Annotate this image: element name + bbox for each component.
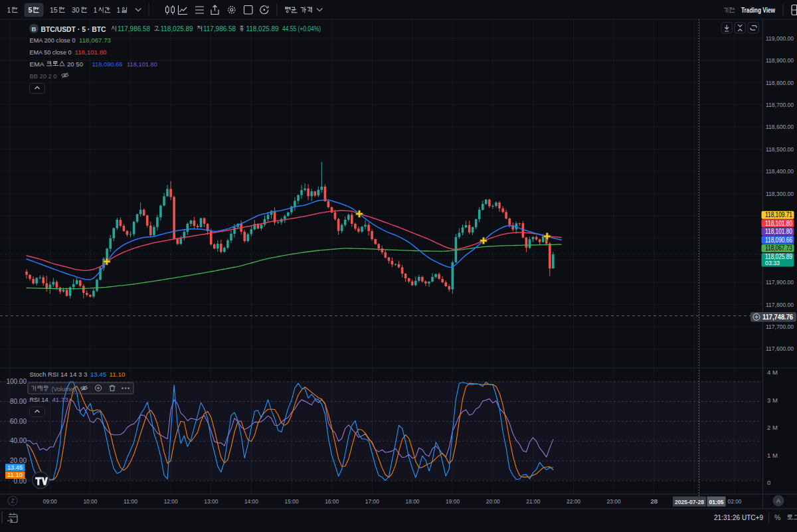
svg-text:119,000.00: 119,000.00	[766, 35, 794, 42]
svg-text:118,600.00: 118,600.00	[766, 123, 794, 130]
svg-text:1 M: 1 M	[767, 452, 778, 459]
svg-text:22:00: 22:00	[567, 497, 580, 505]
svg-text:15:00: 15:00	[285, 497, 299, 505]
svg-text:20:00: 20:00	[486, 497, 500, 505]
svg-text:117,986.58: 117,986.58	[118, 25, 150, 33]
svg-text:Trading View: Trading View	[741, 6, 775, 14]
svg-text:100.00: 100.00	[6, 378, 27, 385]
svg-text:117,600.00: 117,600.00	[766, 345, 794, 352]
svg-text:1: 1	[117, 6, 121, 14]
svg-text:19:00: 19:00	[446, 497, 460, 505]
svg-text:2025-07-28: 2025-07-28	[675, 498, 704, 505]
svg-text:13:00: 13:00	[204, 497, 218, 505]
svg-text:118,500.00: 118,500.00	[766, 145, 794, 153]
svg-text:118,101.80: 118,101.80	[765, 220, 792, 227]
svg-text:117,700.00: 117,700.00	[766, 323, 794, 330]
svg-text:118,101.80: 118,101.80	[127, 60, 158, 68]
svg-text:10:00: 10:00	[83, 497, 97, 505]
svg-text:1: 1	[7, 6, 11, 14]
svg-text:117,748.76: 117,748.76	[762, 313, 793, 321]
svg-text:3 M: 3 M	[767, 397, 778, 404]
svg-text:13.45: 13.45	[90, 371, 107, 378]
svg-text:28: 28	[650, 497, 658, 505]
svg-text:118,800.00: 118,800.00	[766, 79, 794, 86]
svg-text:%: %	[774, 513, 780, 521]
svg-text:4 M: 4 M	[767, 369, 778, 376]
svg-text:118,067.73: 118,067.73	[765, 244, 792, 252]
svg-text:118,109.71: 118,109.71	[765, 211, 792, 219]
svg-text:B: B	[32, 25, 37, 33]
svg-text:Z: Z	[11, 497, 14, 504]
svg-text:117,800.00: 117,800.00	[766, 301, 794, 308]
svg-text:BB 20 2 0: BB 20 2 0	[30, 72, 58, 80]
svg-text:A: A	[776, 497, 780, 504]
svg-text:23:00: 23:00	[607, 497, 621, 505]
svg-text:117,900.00: 117,900.00	[766, 278, 794, 286]
svg-text:12:00: 12:00	[164, 497, 178, 505]
svg-text:118,101.80: 118,101.80	[765, 228, 792, 235]
svg-text:118,300.00: 118,300.00	[766, 190, 794, 197]
svg-text:17:00: 17:00	[365, 497, 379, 505]
svg-text:09:00: 09:00	[43, 497, 57, 505]
svg-text:11.10: 11.10	[7, 471, 23, 478]
svg-text:40.00: 40.00	[10, 437, 27, 444]
svg-text:13.45: 13.45	[7, 464, 23, 471]
svg-text:01:05: 01:05	[709, 498, 725, 505]
svg-text:118,090.66: 118,090.66	[92, 60, 124, 68]
svg-text:20 50: 20 50	[67, 60, 84, 68]
svg-text:11.10: 11.10	[110, 371, 126, 378]
svg-text:30: 30	[72, 6, 80, 14]
svg-text:118,400.00: 118,400.00	[766, 167, 794, 175]
svg-text:EMA: EMA	[30, 60, 44, 68]
svg-text:41.73: 41.73	[52, 396, 69, 403]
svg-text:EMA 200 close 0: EMA 200 close 0	[30, 37, 76, 44]
svg-text:118,900.00: 118,900.00	[766, 56, 794, 64]
svg-text:BTC/USDT · 5 · BTC: BTC/USDT · 5 · BTC	[41, 25, 106, 33]
svg-text:21:00: 21:00	[526, 497, 540, 505]
svg-text:118,101.80: 118,101.80	[75, 48, 108, 56]
svg-text:80.00: 80.00	[10, 398, 27, 405]
svg-text:118,025.89: 118,025.89	[246, 25, 279, 33]
svg-text:60.00: 60.00	[10, 418, 27, 425]
svg-text:118,090.66: 118,090.66	[765, 236, 792, 244]
svg-text:1: 1	[94, 6, 98, 14]
svg-text:02:00: 02:00	[728, 497, 742, 505]
svg-text:118,700.00: 118,700.00	[766, 101, 794, 108]
svg-text:18:00: 18:00	[405, 497, 419, 505]
svg-text:21:31:26 UTC+9: 21:31:26 UTC+9	[714, 513, 763, 521]
svg-text:(Volume): (Volume)	[52, 385, 76, 393]
svg-text:2 M: 2 M	[767, 424, 778, 431]
svg-text:Stoch RSI 14 14 3 3: Stoch RSI 14 14 3 3	[30, 371, 88, 378]
svg-text:RSI 14: RSI 14	[30, 396, 49, 403]
svg-text:11:00: 11:00	[124, 497, 137, 505]
svg-text:EMA 50 close 0: EMA 50 close 0	[30, 48, 72, 56]
svg-text:15: 15	[50, 6, 58, 14]
svg-text:44.55 (+0.04%): 44.55 (+0.04%)	[282, 25, 321, 33]
svg-text:5: 5	[29, 6, 33, 14]
svg-text:118,067.73: 118,067.73	[79, 37, 112, 44]
svg-text:118,025.89: 118,025.89	[161, 25, 193, 33]
svg-text:0: 0	[767, 479, 770, 486]
svg-text:03:33: 03:33	[765, 259, 780, 266]
svg-text:16:00: 16:00	[325, 497, 339, 505]
svg-text:117,986.58: 117,986.58	[203, 25, 236, 33]
svg-text:14:00: 14:00	[244, 497, 258, 505]
